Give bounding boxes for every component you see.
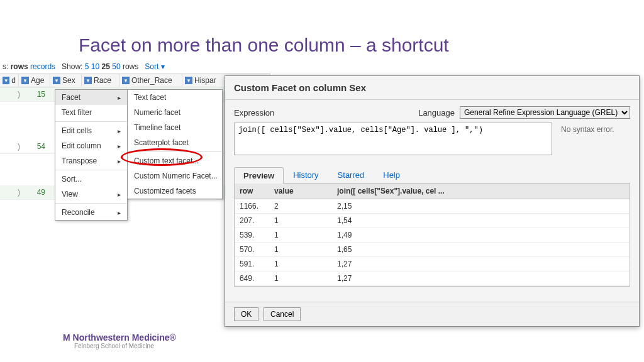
- facet-submenu: Text facet Numeric facet Timeline facet …: [127, 89, 223, 199]
- submenu-timeline-facet[interactable]: Timeline facet: [128, 120, 222, 135]
- preview-header-row: row value join([ cells["Sex"].value, cel…: [235, 184, 630, 199]
- submenu-custom-text-facet[interactable]: Custom text facet...: [128, 153, 222, 168]
- menu-separator: [55, 170, 127, 170]
- dropdown-icon[interactable]: [122, 77, 130, 84]
- chevron-right-icon: [118, 156, 121, 165]
- submenu-custom-numeric-facet[interactable]: Custom Numeric Facet...: [128, 168, 222, 184]
- expression-label: Expression: [234, 108, 274, 118]
- preview-table[interactable]: row value join([ cells["Sex"].value, cel…: [234, 184, 630, 287]
- chevron-right-icon: [118, 190, 121, 199]
- submenu-scatterplot-facet[interactable]: Scatterplot facet: [128, 135, 222, 150]
- submenu-text-facet[interactable]: Text facet: [128, 90, 222, 105]
- menu-separator: [128, 151, 222, 152]
- dropdown-icon[interactable]: [3, 77, 9, 84]
- preview-row: 1166.22,15: [235, 199, 630, 214]
- sort-dropdown[interactable]: Sort ▾: [145, 62, 164, 71]
- show-option-50[interactable]: 50: [112, 62, 120, 71]
- menu-separator: [55, 121, 127, 122]
- menu-separator: [55, 203, 127, 204]
- slide-title: Facet on more than one column – a shortc…: [79, 35, 449, 56]
- cancel-button[interactable]: Cancel: [264, 307, 301, 321]
- tab-starred[interactable]: Starred: [328, 167, 374, 183]
- custom-facet-dialog: Custom Facet on column Sex Expression La…: [225, 75, 640, 327]
- chevron-right-icon: [118, 208, 121, 217]
- footer-logo: M Northwestern Medicine® Feinberg School…: [63, 332, 176, 349]
- rows-label: rows: [11, 62, 28, 71]
- col-header-other-race[interactable]: Other_Race: [119, 74, 182, 87]
- dropdown-icon[interactable]: [84, 77, 92, 84]
- menu-view[interactable]: View: [55, 187, 127, 202]
- menu-sort[interactable]: Sort...: [55, 172, 127, 187]
- menu-reconcile[interactable]: Reconcile: [55, 205, 127, 220]
- tab-help[interactable]: Help: [374, 167, 409, 183]
- menu-edit-column[interactable]: Edit column: [55, 138, 127, 153]
- col-header-d[interactable]: d: [0, 74, 19, 87]
- col-header-age[interactable]: Age: [19, 74, 50, 87]
- chevron-right-icon: [118, 126, 121, 135]
- chevron-right-icon: [118, 93, 121, 102]
- dialog-title: Custom Facet on column Sex: [225, 76, 639, 100]
- col-header-race[interactable]: Race: [82, 74, 119, 87]
- ok-button[interactable]: OK: [234, 307, 258, 321]
- chevron-right-icon: [118, 141, 121, 150]
- menu-facet[interactable]: Facet: [55, 90, 127, 105]
- show-option-5[interactable]: 5: [85, 62, 89, 71]
- dialog-footer: OK Cancel: [225, 302, 639, 326]
- submenu-customized-facets[interactable]: Customized facets: [128, 184, 222, 199]
- dialog-tabs: Preview History Starred Help: [234, 167, 630, 184]
- dropdown-icon[interactable]: [21, 77, 29, 84]
- language-select[interactable]: General Refine Expression Language (GREL…: [460, 106, 630, 119]
- dropdown-icon[interactable]: [185, 77, 192, 84]
- preview-row: 649.11,27: [235, 272, 630, 286]
- grid-toolbar: s: rows records Show: 5 10 25 50 rows So…: [0, 60, 270, 74]
- submenu-numeric-facet[interactable]: Numeric facet: [128, 105, 222, 120]
- column-context-menu: Facet Text filter Edit cells Edit column…: [55, 89, 128, 221]
- toolbar-prefix: s:: [3, 62, 8, 71]
- show-label: Show:: [62, 62, 82, 71]
- menu-transpose[interactable]: Transpose: [55, 153, 127, 168]
- preview-row: 570.11,65: [235, 243, 630, 257]
- records-link[interactable]: records: [30, 62, 55, 71]
- syntax-status: No syntax error.: [561, 123, 630, 155]
- menu-edit-cells[interactable]: Edit cells: [55, 123, 127, 138]
- tab-history[interactable]: History: [284, 167, 328, 183]
- show-option-25[interactable]: 25: [102, 62, 110, 71]
- rows-suffix: rows: [123, 62, 138, 71]
- dropdown-icon[interactable]: [53, 77, 60, 84]
- expression-input[interactable]: [234, 123, 552, 155]
- menu-text-filter[interactable]: Text filter: [55, 105, 127, 120]
- tab-preview[interactable]: Preview: [234, 167, 284, 184]
- language-label: Language: [418, 108, 455, 118]
- preview-row: 591.11,27: [235, 257, 630, 272]
- preview-row: 539.11,49: [235, 228, 630, 243]
- show-option-10[interactable]: 10: [91, 62, 99, 71]
- preview-row: 207.11,54: [235, 214, 630, 228]
- col-header-sex[interactable]: Sex: [50, 74, 82, 87]
